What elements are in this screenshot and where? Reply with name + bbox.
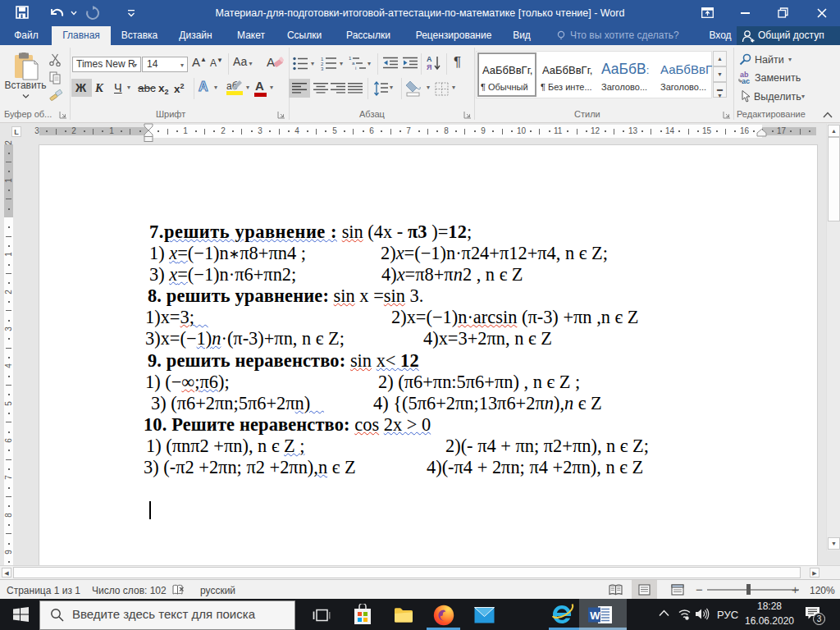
svg-text:ac: ac — [742, 77, 750, 84]
svg-text:W: W — [590, 609, 600, 622]
svg-text:i: i — [355, 66, 356, 71]
svg-text:А: А — [427, 55, 432, 63]
svg-text:3: 3 — [321, 66, 324, 71]
svg-text:Я: Я — [427, 63, 431, 71]
svg-text:А: А — [267, 55, 275, 69]
